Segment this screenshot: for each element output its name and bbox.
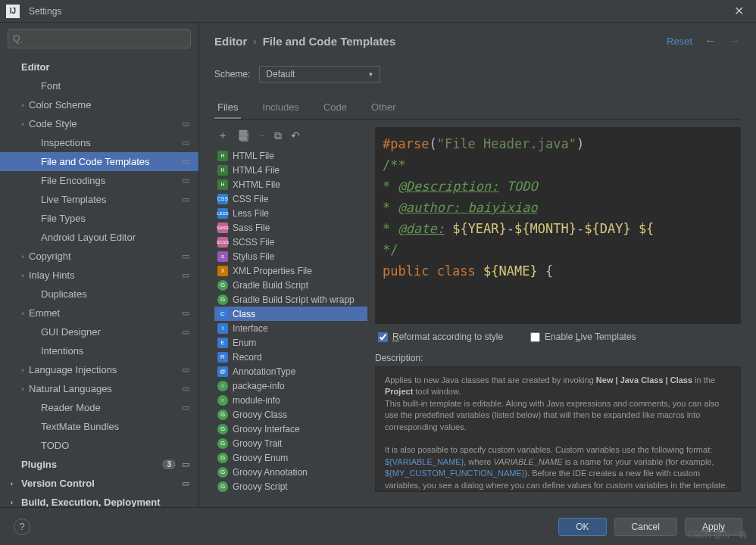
titlebar: IJ Settings ✕ <box>0 0 756 23</box>
tree-item-intentions[interactable]: Intentions <box>0 341 198 360</box>
file-groovy-script[interactable]: GGroovy Script <box>214 479 367 494</box>
file-interface[interactable]: IInterface <box>214 321 367 335</box>
help-icon[interactable]: ? <box>14 519 30 535</box>
file-type-icon: @ <box>217 366 228 377</box>
file-type-icon: H <box>217 179 228 190</box>
tree-item-duplicates[interactable]: Duplicates <box>0 285 198 304</box>
file-type-icon: SASS <box>217 223 228 233</box>
file-scss-file[interactable]: SCSSSCSS File <box>214 235 367 249</box>
file-xhtml-file[interactable]: HXHTML File <box>214 177 367 192</box>
file-enum[interactable]: EEnum <box>214 335 367 350</box>
reset-link[interactable]: Reset <box>667 36 692 47</box>
breadcrumb: Editor › File and Code Templates Reset ←… <box>214 23 741 59</box>
tree-item-language-injections[interactable]: ›Language Injections▭ <box>0 360 198 379</box>
tree-header-build-execution-deployment[interactable]: ›Build, Execution, Deployment <box>0 493 198 507</box>
template-editor[interactable]: #parse("File Header.java") /** * @Descri… <box>375 127 741 324</box>
search-box[interactable]: Q˯ <box>8 29 191 48</box>
tab-files[interactable]: Files <box>214 97 241 119</box>
settings-content: Editor › File and Code Templates Reset ←… <box>199 23 756 507</box>
template-options: Reformat according to style Enable Live … <box>375 324 741 350</box>
tree-item-emmet[interactable]: ›Emmet▭ <box>0 304 198 322</box>
template-list[interactable]: HHTML FileHHTML4 FileHXHTML FileCSSCSS F… <box>214 148 367 507</box>
tree-item-code-style[interactable]: ›Code Style▭ <box>0 114 198 133</box>
file-type-icon: ○ <box>217 395 228 406</box>
disk-icon: ▭ <box>182 384 189 394</box>
file-type-icon: S <box>217 251 228 262</box>
disk-icon: ▭ <box>182 138 189 148</box>
file-stylus-file[interactable]: SStylus File <box>214 249 367 263</box>
disk-icon: ▭ <box>182 157 189 167</box>
tree-item-todo[interactable]: TODO <box>0 436 198 455</box>
tab-includes[interactable]: Includes <box>259 97 301 119</box>
file-gradle-build-script[interactable]: GGradle Build Script <box>214 278 367 292</box>
copy-icon[interactable]: ⧉ <box>274 129 282 142</box>
file-groovy-interface[interactable]: GGroovy Interface <box>214 422 367 436</box>
file-type-icon: G <box>217 294 228 305</box>
tree-item-color-scheme[interactable]: ›Color Scheme <box>0 95 198 114</box>
tree-header-editor[interactable]: Editor <box>0 58 198 76</box>
tree-item-file-types[interactable]: File Types <box>0 209 198 228</box>
tree-item-reader-mode[interactable]: Reader Mode▭ <box>0 398 198 417</box>
tree-header-plugins[interactable]: Plugins3▭ <box>0 455 198 474</box>
file-type-icon: H <box>217 151 228 161</box>
file-type-icon: I <box>217 323 228 334</box>
undo-icon[interactable]: ↶ <box>291 129 300 142</box>
template-tabs: FilesIncludesCodeOther <box>214 95 741 120</box>
tree-item-live-templates[interactable]: Live Templates▭ <box>0 190 198 209</box>
file-groovy-class[interactable]: GGroovy Class <box>214 407 367 422</box>
nav-back-icon[interactable]: ← <box>704 34 717 48</box>
file-module-info[interactable]: ○module-info <box>214 393 367 407</box>
file-type-icon: ○ <box>217 381 228 391</box>
tab-code[interactable]: Code <box>320 97 350 119</box>
add-icon[interactable]: ＋ <box>217 129 228 142</box>
file-type-icon: SCSS <box>217 237 228 248</box>
file-type-icon: E <box>217 338 228 348</box>
create-child-icon: 📑 <box>237 129 250 142</box>
file-package-info[interactable]: ○package-info <box>214 378 367 393</box>
tree-item-inlay-hints[interactable]: ›Inlay Hints▭ <box>0 266 198 285</box>
disk-icon: ▭ <box>182 270 189 280</box>
file-groovy-annotation[interactable]: GGroovy Annotation <box>214 465 367 479</box>
file-annotationtype[interactable]: @AnnotationType <box>214 364 367 378</box>
file-xml-properties-file[interactable]: XXML Properties File <box>214 263 367 278</box>
cancel-button[interactable]: Cancel <box>614 518 677 536</box>
disk-icon: ▭ <box>182 251 189 261</box>
tree-item-inspections[interactable]: Inspections▭ <box>0 133 198 152</box>
file-sass-file[interactable]: SASSSass File <box>214 220 367 235</box>
description-label: Description: <box>375 353 741 363</box>
file-html4-file[interactable]: HHTML4 File <box>214 163 367 177</box>
tree-item-file-and-code-templates[interactable]: File and Code Templates▭ <box>0 152 198 171</box>
breadcrumb-root[interactable]: Editor <box>214 35 247 48</box>
scheme-dropdown[interactable]: Default ▼ <box>259 66 380 83</box>
close-icon[interactable]: ✕ <box>728 4 750 18</box>
tree-item-file-encodings[interactable]: File Encodings▭ <box>0 171 198 190</box>
search-input[interactable] <box>26 33 186 44</box>
tree-item-natural-languages[interactable]: ›Natural Languages▭ <box>0 379 198 398</box>
tree-item-textmate-bundles[interactable]: TextMate Bundles <box>0 417 198 436</box>
file-groovy-enum[interactable]: GGroovy Enum <box>214 450 367 465</box>
tab-other[interactable]: Other <box>368 97 399 119</box>
disk-icon: ▭ <box>182 308 189 318</box>
tree-item-font[interactable]: Font <box>0 76 198 95</box>
tree-header-version-control[interactable]: ›Version Control▭ <box>0 474 198 493</box>
template-list-pane: ＋ 📑 − ⧉ ↶ HHTML FileHHTML4 FileHXHTML Fi… <box>214 127 367 507</box>
live-templates-checkbox[interactable]: Enable Live Templates <box>530 332 636 342</box>
file-type-icon: R <box>217 352 228 363</box>
file-record[interactable]: RRecord <box>214 350 367 364</box>
file-html-file[interactable]: HHTML File <box>214 148 367 163</box>
template-toolbar: ＋ 📑 − ⧉ ↶ <box>214 127 367 148</box>
file-gradle-build-script-with-wrapp[interactable]: GGradle Build Script with wrapp <box>214 292 367 307</box>
file-css-file[interactable]: CSSCSS File <box>214 192 367 206</box>
ok-button[interactable]: OK <box>558 518 606 536</box>
file-class[interactable]: CClass <box>214 307 367 321</box>
app-icon: IJ <box>6 5 20 18</box>
tree-item-gui-designer[interactable]: GUI Designer▭ <box>0 322 198 341</box>
file-groovy-trait[interactable]: GGroovy Trait <box>214 436 367 450</box>
reformat-checkbox[interactable]: Reformat according to style <box>378 332 503 342</box>
file-type-icon: G <box>217 410 228 420</box>
file-type-icon: G <box>217 467 228 478</box>
file-less-file[interactable]: LESSLess File <box>214 206 367 220</box>
tree-item-android-layout-editor[interactable]: Android Layout Editor <box>0 228 198 247</box>
window-title: Settings <box>29 6 61 17</box>
tree-item-copyright[interactable]: ›Copyright▭ <box>0 247 198 266</box>
